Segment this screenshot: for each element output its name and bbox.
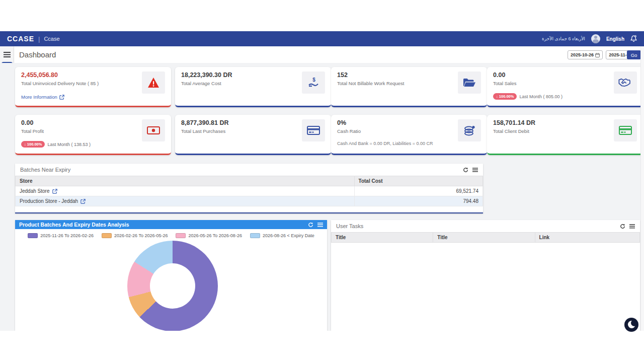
column-header-link: Link: [535, 233, 639, 243]
legend-label: 2026-02-26 To 2026-05-26: [114, 233, 168, 238]
dark-mode-toggle-button[interactable]: [624, 318, 638, 332]
date-from-value: 2025-10-26: [571, 52, 594, 57]
kpi-card-total-last-purchases: 8,877,390.81 DR Total Last Purchases: [175, 115, 331, 155]
table-row: Jeddah Store 69,521.74: [16, 186, 483, 196]
total-cost-value: 69,521.74: [354, 186, 482, 196]
widget-title: Batches Near Expiry: [20, 167, 70, 173]
external-link-icon: [80, 199, 86, 204]
last-month-value: Last Month ( 805.00 ): [519, 94, 562, 99]
hijri-date: الأربعاء 6 جمادى الآخرة: [542, 36, 585, 41]
user-tasks-widget: User Tasks Title Title Link: [331, 220, 640, 331]
credit-card-green-icon: [614, 119, 637, 141]
legend-item[interactable]: 2026-08-26 < Expiry Date: [250, 233, 314, 238]
store-name: Jeddah Store: [20, 188, 50, 194]
app-name: Ccase: [44, 36, 59, 42]
store-link[interactable]: Production Store - Jeddah: [20, 198, 350, 204]
legend-label: 2026-05-26 To 2026-08-26: [188, 233, 242, 238]
calendar-icon: [595, 53, 600, 57]
widget-menu-icon[interactable]: [629, 224, 635, 229]
top-navbar: CCASE | Ccase الأربعاء 6 جمادى الآخرة En…: [0, 31, 644, 46]
language-switcher[interactable]: English: [606, 36, 624, 42]
widget-menu-icon[interactable]: [472, 168, 478, 172]
bell-icon[interactable]: [630, 35, 637, 42]
money-bill-icon: [142, 119, 165, 141]
scrollbar[interactable]: [640, 46, 644, 331]
coins-icon: [458, 119, 481, 141]
legend-swatch: [102, 233, 112, 238]
svg-text:$: $: [312, 77, 315, 83]
legend-item[interactable]: 2026-05-26 To 2026-08-26: [176, 233, 242, 238]
legend-swatch: [28, 233, 38, 238]
legend-label: 2025-11-26 To 2026-02-26: [40, 233, 94, 238]
handshake-icon: [614, 71, 637, 94]
page-title: Dashboard: [19, 50, 56, 59]
table-row: Production Store - Jeddah 794.48: [16, 196, 483, 206]
legend-swatch: [250, 233, 260, 238]
chart-legend: 2025-11-26 To 2026-02-26 2026-02-26 To 2…: [15, 233, 327, 238]
refresh-icon[interactable]: [463, 167, 468, 173]
donut-chart[interactable]: [127, 241, 218, 331]
refresh-icon[interactable]: [308, 222, 313, 228]
last-month-value: Last Month ( 138.53 ): [47, 142, 91, 147]
brand-logo: CCASE: [7, 35, 34, 43]
legend-label: 2026-08-26 < Expiry Date: [263, 233, 314, 238]
brand-divider: |: [38, 35, 40, 43]
refresh-icon[interactable]: [620, 224, 625, 229]
batches-near-expiry-widget: Batches Near Expiry Store Total Cost: [15, 164, 483, 213]
kpi-card-total-profit: 0.00 Total Profit ↓ 100.00% Last Month (…: [15, 115, 171, 155]
legend-item[interactable]: 2025-11-26 To 2026-02-26: [28, 233, 94, 238]
date-from-input[interactable]: 2025-10-26: [568, 50, 603, 59]
kpi-card-total-sales: 0.00 Total Sales ↓ 100.00% Last Month ( …: [487, 67, 643, 107]
legend-item[interactable]: 2026-02-26 To 2026-05-26: [102, 233, 168, 238]
hand-holding-dollar-icon: $: [302, 71, 325, 94]
store-link[interactable]: Jeddah Store: [20, 188, 350, 194]
more-information-link[interactable]: More Information: [21, 94, 64, 100]
widget-menu-icon[interactable]: [317, 223, 323, 227]
column-header-title-2: Title: [433, 233, 535, 243]
dashboard-page: CCASE | Ccase الأربعاء 6 جمادى الآخرة En…: [0, 0, 644, 362]
product-batches-chart-widget: Product Batches And Expiry Dates Analysi…: [15, 220, 327, 331]
legend-swatch: [176, 233, 186, 238]
column-header-title-1: Title: [332, 233, 433, 243]
donut-hole: [150, 263, 195, 309]
menu-toggle-icon[interactable]: [0, 48, 14, 60]
credit-card-icon: [302, 119, 325, 141]
go-button[interactable]: Go: [627, 50, 641, 59]
kpi-card-total-average-cost: 18,223,390.30 DR Total Average Cost $: [175, 67, 331, 107]
widget-title: User Tasks: [336, 223, 363, 229]
batches-table: Store Total Cost Jeddah Store 69,521.74: [15, 176, 483, 206]
page-header: Dashboard 2025-10-26 2025-11-26 Go: [14, 46, 644, 63]
kpi-card-uninvoiced-delivery-note: 2,455,056.80 Total Uninvoiced Delivery N…: [15, 67, 171, 107]
external-link-icon: [52, 189, 57, 194]
user-avatar[interactable]: [591, 34, 600, 43]
total-cost-value: 794.48: [354, 196, 482, 206]
folder-open-icon: [458, 71, 481, 94]
more-information-label: More Information: [21, 94, 57, 100]
change-badge: ↓ 100.00%: [21, 141, 45, 148]
kpi-card-cash-ratio: 0% Cash Ratio Cash And Bank = 0.00 DR, L…: [331, 115, 487, 155]
chart-title: Product Batches And Expiry Dates Analysi…: [19, 222, 129, 228]
cash-ratio-detail: Cash And Bank = 0.00 DR, Liabilities = 0…: [337, 141, 481, 146]
column-header-total-cost: Total Cost: [354, 176, 482, 186]
external-link-icon: [59, 95, 64, 100]
column-header-store: Store: [16, 176, 355, 186]
warning-icon: [142, 71, 165, 94]
content-area: 2,455,056.80 Total Uninvoiced Delivery N…: [0, 63, 644, 331]
kpi-card-total-client-debit: 158,701.14 DR Total Client Debit: [487, 115, 643, 155]
kpi-card-not-billable-work-request: 152 Total Not Billable Work Request: [331, 67, 487, 107]
change-badge: ↓ 100.00%: [493, 93, 517, 100]
store-name: Production Store - Jeddah: [20, 198, 78, 204]
user-tasks-table: Title Title Link: [331, 232, 640, 243]
